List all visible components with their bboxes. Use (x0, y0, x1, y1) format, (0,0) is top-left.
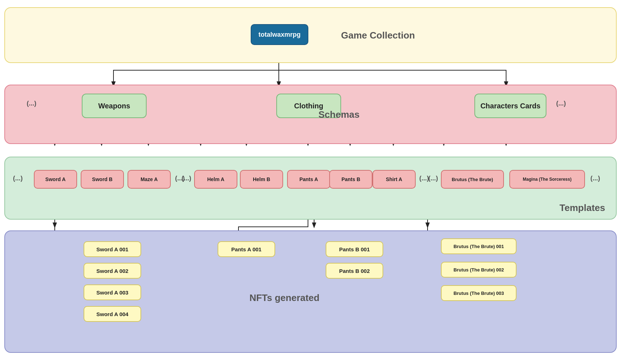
ellipsis-w-left: (...) (13, 175, 23, 182)
helm-a-label: Helm A (207, 176, 224, 182)
sword-a-002-label: Sword A 002 (97, 268, 129, 274)
sword-b-label: Sword B (92, 176, 113, 182)
shirt-a-label: Shirt A (386, 176, 402, 182)
root-label: totalwaxmrpg (258, 31, 300, 39)
brutus-002-label: Brutus (The Brute) 002 (454, 267, 504, 273)
characters-label: Characters Cards (481, 102, 541, 110)
brutus-node[interactable]: Brutus (The Brute) (441, 170, 504, 189)
helm-a-node[interactable]: Helm A (194, 170, 237, 189)
templates-layer: (...) Sword A Sword B Maze A (...) (...)… (4, 157, 617, 220)
magina-label: Magina (The Sorceress) (523, 177, 571, 182)
sword-a-001[interactable]: Sword A 001 (84, 241, 141, 257)
ellipsis-4: (...) (556, 100, 566, 107)
brutus-label: Brutus (The Brute) (452, 177, 493, 182)
schemas-layer: (...) Weapons Clothing Schemas Character… (4, 85, 617, 144)
sword-a-004-label: Sword A 004 (97, 311, 129, 317)
nfts-layer: Sword A 001 Sword A 002 Sword A 003 Swor… (4, 230, 617, 353)
sword-a-label: Sword A (45, 176, 66, 182)
pants-a-001[interactable]: Pants A 001 (218, 241, 275, 257)
sword-a-003[interactable]: Sword A 003 (84, 284, 141, 300)
templates-layer-label: Templates (559, 202, 605, 214)
brutus-001[interactable]: Brutus (The Brute) 001 (441, 238, 517, 254)
pants-b-002[interactable]: Pants B 002 (326, 263, 383, 279)
game-layer: totalwaxmrpg Game Collection (4, 7, 617, 63)
sword-a-004[interactable]: Sword A 004 (84, 306, 141, 322)
pants-b-001-label: Pants B 001 (339, 246, 370, 252)
brutus-001-label: Brutus (The Brute) 001 (454, 244, 504, 249)
brutus-003[interactable]: Brutus (The Brute) 003 (441, 285, 517, 301)
maze-a-label: Maze A (140, 176, 158, 182)
sword-a-002[interactable]: Sword A 002 (84, 263, 141, 279)
pants-a-label: Pants A (299, 176, 318, 182)
root-node[interactable]: totalwaxmrpg (251, 24, 308, 45)
schemas-layer-label: Schemas (318, 109, 359, 120)
weapons-label: Weapons (98, 102, 130, 110)
nfts-layer-label: NFTs generated (249, 292, 371, 303)
brutus-003-label: Brutus (The Brute) 003 (454, 291, 504, 296)
sword-b-node[interactable]: Sword B (81, 170, 124, 189)
ellipsis-1: (...) (27, 100, 36, 107)
sword-a-001-label: Sword A 001 (97, 246, 129, 252)
sword-a-node[interactable]: Sword A (34, 170, 77, 189)
helm-b-node[interactable]: Helm B (240, 170, 283, 189)
maze-a-node[interactable]: Maze A (128, 170, 171, 189)
ellipsis-c-left: (...) (182, 175, 191, 182)
ellipsis-ch-left: (...) (428, 175, 438, 182)
pants-b-label: Pants B (341, 176, 360, 182)
pants-b-001[interactable]: Pants B 001 (326, 241, 383, 257)
pants-b-002-label: Pants B 002 (339, 268, 370, 274)
pants-a-node[interactable]: Pants A (287, 170, 330, 189)
pants-b-node[interactable]: Pants B (329, 170, 372, 189)
helm-b-label: Helm B (253, 176, 270, 182)
shirt-a-node[interactable]: Shirt A (372, 170, 416, 189)
magina-node[interactable]: Magina (The Sorceress) (509, 170, 585, 189)
game-collection-label: Game Collection (341, 30, 415, 41)
brutus-002[interactable]: Brutus (The Brute) 002 (441, 262, 517, 278)
ellipsis-c-right: (...) (419, 175, 429, 182)
characters-schema-node[interactable]: Characters Cards (474, 94, 546, 118)
ellipsis-ch-right: (...) (590, 175, 600, 182)
pants-a-001-label: Pants A 001 (231, 246, 262, 252)
weapons-schema-node[interactable]: Weapons (82, 94, 147, 118)
sword-a-003-label: Sword A 003 (97, 289, 129, 296)
